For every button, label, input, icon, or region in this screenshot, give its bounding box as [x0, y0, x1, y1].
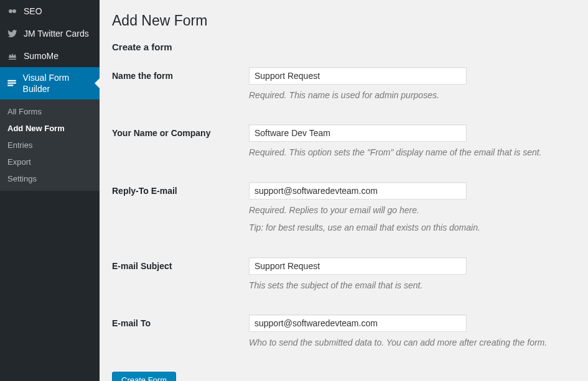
section-title: Create a form: [112, 42, 576, 52]
sidebar-item-sumome[interactable]: SumoMe: [0, 45, 100, 67]
svg-point-0: [9, 9, 12, 13]
label-replyto: Reply-To E-mail: [112, 182, 249, 196]
help-replyto-1: Required. Replies to your email will go …: [249, 203, 576, 217]
help-form-name: Required. This name is used for admin pu…: [249, 88, 576, 102]
input-sender[interactable]: [249, 124, 467, 142]
main-content: Add New Form Create a form Name the form…: [100, 0, 588, 381]
input-subject[interactable]: [249, 257, 467, 275]
input-form-name[interactable]: [249, 67, 467, 85]
sidebar-item-seo[interactable]: SEO: [0, 0, 100, 22]
submenu-settings[interactable]: Settings: [0, 170, 100, 187]
twitter-icon: [6, 27, 19, 40]
crown-icon: [6, 50, 19, 62]
label-sender: Your Name or Company: [112, 124, 249, 138]
label-emailto: E-mail To: [112, 314, 249, 328]
submenu-add-new-form[interactable]: Add New Form: [0, 120, 100, 137]
row-sender: Your Name or Company Required. This opti…: [112, 124, 576, 159]
submenu-export[interactable]: Export: [0, 154, 100, 170]
sidebar-item-label: SEO: [24, 6, 42, 17]
sidebar-item-label: SumoMe: [24, 50, 58, 62]
row-subject: E-mail Subject This sets the subject of …: [112, 257, 576, 292]
page-title: Add New Form: [112, 12, 576, 29]
help-subject: This sets the subject of the email that …: [249, 278, 576, 292]
label-form-name: Name the form: [112, 67, 249, 81]
seo-icon: [6, 5, 19, 17]
submenu-entries[interactable]: Entries: [0, 137, 100, 154]
svg-point-1: [12, 9, 16, 13]
input-emailto[interactable]: [249, 314, 467, 332]
create-form-button[interactable]: Create Form: [112, 372, 176, 381]
help-replyto-2: Tip: for best results, use an email that…: [249, 221, 576, 234]
row-form-name: Name the form Required. This name is use…: [112, 67, 576, 102]
sidebar-submenu: All Forms Add New Form Entries Export Se…: [0, 99, 100, 191]
sidebar-item-vfb[interactable]: Visual Form Builder: [0, 67, 100, 99]
help-emailto: Who to send the submitted data to. You c…: [249, 336, 576, 349]
admin-sidebar: SEO JM Twitter Cards SumoMe Visual Form …: [0, 0, 100, 381]
input-replyto[interactable]: [249, 182, 467, 200]
sidebar-item-label: Visual Form Builder: [23, 72, 93, 94]
help-sender: Required. This option sets the "From" di…: [249, 145, 576, 159]
sidebar-item-twitter[interactable]: JM Twitter Cards: [0, 22, 100, 45]
submenu-all-forms[interactable]: All Forms: [0, 103, 100, 120]
row-emailto: E-mail To Who to send the submitted data…: [112, 314, 576, 349]
form-icon: [6, 77, 18, 90]
sidebar-item-label: JM Twitter Cards: [24, 28, 89, 39]
row-replyto: Reply-To E-mail Required. Replies to you…: [112, 182, 576, 235]
label-subject: E-mail Subject: [112, 257, 249, 271]
